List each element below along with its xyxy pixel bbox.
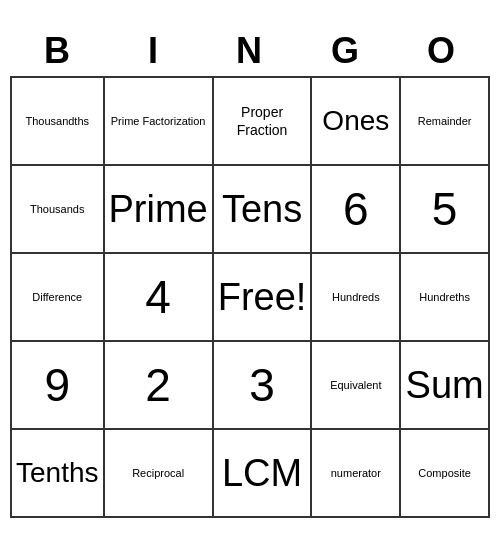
- cell-text: Prime Factorization: [109, 114, 208, 128]
- cell-text: Hundreds: [316, 290, 395, 304]
- cell-text: Difference: [16, 290, 99, 304]
- bingo-cell: Equivalent: [312, 342, 401, 430]
- cell-text: numerator: [316, 466, 395, 480]
- cell-text: Prime: [109, 188, 208, 231]
- bingo-cell: numerator: [312, 430, 401, 518]
- bingo-cell: 9: [12, 342, 105, 430]
- cell-text: Ones: [316, 105, 395, 137]
- bingo-cell: Free!: [214, 254, 313, 342]
- header-letter: I: [106, 26, 202, 76]
- bingo-cell: 5: [401, 166, 490, 254]
- cell-text: 9: [16, 358, 99, 412]
- header-letter: B: [10, 26, 106, 76]
- bingo-cell: Hundreths: [401, 254, 490, 342]
- cell-text: 5: [405, 182, 484, 236]
- cell-text: Sum: [405, 364, 484, 407]
- bingo-cell: LCM: [214, 430, 313, 518]
- bingo-cell: Difference: [12, 254, 105, 342]
- bingo-cell: Tens: [214, 166, 313, 254]
- cell-text: Free!: [218, 276, 307, 319]
- bingo-header: BINGO: [10, 26, 490, 76]
- header-letter: O: [394, 26, 490, 76]
- cell-text: LCM: [218, 452, 307, 495]
- cell-text: Proper Fraction: [218, 103, 307, 139]
- bingo-cell: 6: [312, 166, 401, 254]
- bingo-cell: Proper Fraction: [214, 78, 313, 166]
- bingo-cell: Ones: [312, 78, 401, 166]
- cell-text: 4: [109, 270, 208, 324]
- bingo-grid: ThousandthsPrime FactorizationProper Fra…: [10, 76, 490, 518]
- cell-text: Tens: [218, 188, 307, 231]
- cell-text: 6: [316, 182, 395, 236]
- cell-text: Tenths: [16, 457, 99, 489]
- bingo-cell: Remainder: [401, 78, 490, 166]
- cell-text: Composite: [405, 466, 484, 480]
- bingo-cell: Thousandths: [12, 78, 105, 166]
- cell-text: Thousands: [16, 202, 99, 216]
- bingo-cell: Sum: [401, 342, 490, 430]
- bingo-cell: Prime: [105, 166, 214, 254]
- bingo-cell: Tenths: [12, 430, 105, 518]
- bingo-cell: Composite: [401, 430, 490, 518]
- bingo-cell: 2: [105, 342, 214, 430]
- header-letter: N: [202, 26, 298, 76]
- cell-text: 2: [109, 358, 208, 412]
- bingo-card: BINGO ThousandthsPrime FactorizationProp…: [10, 26, 490, 518]
- bingo-cell: 3: [214, 342, 313, 430]
- cell-text: Remainder: [405, 114, 484, 128]
- bingo-cell: Thousands: [12, 166, 105, 254]
- cell-text: Hundreths: [405, 290, 484, 304]
- bingo-cell: Prime Factorization: [105, 78, 214, 166]
- cell-text: Thousandths: [16, 114, 99, 128]
- cell-text: Equivalent: [316, 378, 395, 392]
- bingo-cell: Hundreds: [312, 254, 401, 342]
- header-letter: G: [298, 26, 394, 76]
- bingo-cell: Reciprocal: [105, 430, 214, 518]
- cell-text: 3: [218, 358, 307, 412]
- bingo-cell: 4: [105, 254, 214, 342]
- cell-text: Reciprocal: [109, 466, 208, 480]
